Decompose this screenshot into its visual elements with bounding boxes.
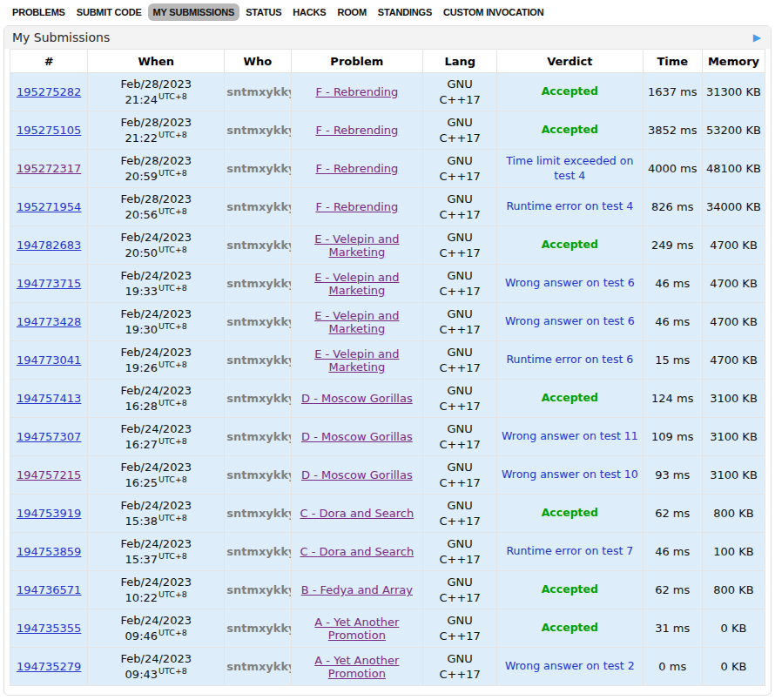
lang-line1: GNU bbox=[448, 346, 473, 359]
submission-id-link[interactable]: 194757215 bbox=[17, 468, 81, 481]
lang-line2: C++17 bbox=[439, 476, 480, 489]
verdict-text[interactable]: Time limit exceeded on test 4 bbox=[506, 154, 633, 181]
who-link[interactable]: sntmxykky bbox=[226, 392, 291, 405]
who-link[interactable]: sntmxykky bbox=[226, 507, 291, 520]
nav-item-submit-code[interactable]: SUBMIT CODE bbox=[71, 3, 147, 21]
problem-link[interactable]: E - Velepin and Marketing bbox=[314, 271, 399, 297]
verdict-text[interactable]: Accepted bbox=[542, 238, 598, 251]
memory-value: 4700 KB bbox=[702, 303, 765, 341]
nav-item-problems[interactable]: PROBLEMS bbox=[7, 3, 71, 21]
who-link[interactable]: sntmxykky bbox=[226, 124, 291, 137]
problem-link[interactable]: F - Rebrending bbox=[315, 200, 398, 213]
column-header-lang: Lang bbox=[423, 50, 497, 73]
when-date: Feb/28/2023 bbox=[121, 154, 192, 167]
when-cell: Feb/24/2023 09:43UTC+8 bbox=[88, 648, 225, 686]
nav-item-hacks[interactable]: HACKS bbox=[287, 3, 331, 21]
submission-id-link[interactable]: 195272317 bbox=[17, 162, 81, 175]
submission-id-link[interactable]: 194735279 bbox=[17, 660, 81, 673]
submission-id-link[interactable]: 195275105 bbox=[17, 124, 81, 137]
problem-link[interactable]: E - Velepin and Marketing bbox=[314, 347, 399, 374]
who-link[interactable]: sntmxykky bbox=[226, 430, 291, 443]
who-link[interactable]: sntmxykky bbox=[226, 239, 291, 252]
who-link[interactable]: sntmxykky bbox=[226, 200, 291, 213]
lang-line2: C++17 bbox=[439, 591, 480, 604]
time-value: 249 ms bbox=[643, 226, 702, 265]
who-link[interactable]: sntmxykky bbox=[226, 85, 291, 98]
when-date: Feb/28/2023 bbox=[121, 192, 192, 205]
submission-id-link[interactable]: 194757307 bbox=[17, 430, 81, 443]
nav-item-my-submissions[interactable]: MY SUBMISSIONS bbox=[148, 3, 240, 21]
who-link[interactable]: sntmxykky bbox=[226, 622, 291, 635]
column-header-when: When bbox=[88, 50, 225, 73]
problem-link[interactable]: E - Velepin and Marketing bbox=[314, 232, 399, 259]
verdict-text[interactable]: Accepted bbox=[542, 621, 598, 634]
when-time: 16:27 bbox=[125, 438, 158, 451]
submission-id-link[interactable]: 195275282 bbox=[17, 85, 81, 98]
expand-arrow-icon[interactable]: ▶ bbox=[753, 32, 763, 43]
who-link[interactable]: sntmxykky bbox=[226, 277, 291, 290]
nav-item-room[interactable]: ROOM bbox=[332, 3, 371, 21]
problem-link[interactable]: A - Yet Another Promotion bbox=[314, 654, 399, 680]
when-tz: UTC+8 bbox=[158, 551, 187, 561]
table-row: 194757307 Feb/24/2023 16:27UTC+8 sntmxyk… bbox=[10, 418, 765, 456]
verdict-text[interactable]: Wrong answer on test 6 bbox=[505, 314, 635, 327]
verdict-text[interactable]: Wrong answer on test 6 bbox=[505, 276, 635, 289]
submission-id-link[interactable]: 195271954 bbox=[17, 200, 81, 213]
who-link[interactable]: sntmxykky bbox=[226, 162, 291, 175]
verdict-text[interactable]: Accepted bbox=[542, 582, 598, 596]
who-link[interactable]: sntmxykky bbox=[226, 660, 291, 673]
problem-link[interactable]: B - Fedya and Array bbox=[301, 583, 413, 596]
lang-line1: GNU bbox=[448, 614, 473, 627]
lang-cell: GNU C++17 bbox=[423, 456, 497, 495]
verdict-text[interactable]: Accepted bbox=[542, 391, 598, 404]
nav-item-status[interactable]: STATUS bbox=[240, 3, 286, 21]
submission-id-link[interactable]: 194773428 bbox=[17, 315, 81, 328]
problem-link[interactable]: F - Rebrending bbox=[315, 85, 398, 98]
memory-value: 34000 KB bbox=[702, 188, 765, 226]
verdict-text[interactable]: Wrong answer on test 11 bbox=[502, 429, 638, 442]
problem-link[interactable]: D - Moscow Gorillas bbox=[301, 468, 413, 481]
submission-id-link[interactable]: 194773041 bbox=[17, 353, 81, 367]
problem-link[interactable]: F - Rebrending bbox=[315, 124, 398, 137]
problem-link[interactable]: A - Yet Another Promotion bbox=[314, 616, 399, 642]
verdict-text[interactable]: Wrong answer on test 2 bbox=[505, 659, 635, 672]
verdict-text[interactable]: Wrong answer on test 10 bbox=[502, 468, 638, 481]
problem-link[interactable]: E - Velepin and Marketing bbox=[314, 309, 399, 335]
problem-link[interactable]: C - Dora and Search bbox=[300, 507, 414, 520]
lang-cell: GNU C++17 bbox=[423, 73, 497, 111]
submission-id-link[interactable]: 194757413 bbox=[17, 392, 81, 405]
verdict-text[interactable]: Runtime error on test 4 bbox=[506, 199, 633, 212]
lang-line1: GNU bbox=[448, 499, 473, 512]
who-link[interactable]: sntmxykky bbox=[226, 353, 291, 367]
when-cell: Feb/24/2023 10:22UTC+8 bbox=[88, 571, 225, 609]
table-row: 194753859 Feb/24/2023 15:37UTC+8 sntmxyk… bbox=[10, 533, 765, 571]
submission-id-link[interactable]: 194735355 bbox=[17, 622, 81, 635]
when-time: 15:37 bbox=[125, 553, 158, 566]
nav-item-standings[interactable]: STANDINGS bbox=[373, 3, 437, 21]
when-tz: UTC+8 bbox=[158, 436, 187, 446]
who-link[interactable]: sntmxykky bbox=[226, 583, 291, 596]
verdict-text[interactable]: Runtime error on test 7 bbox=[506, 544, 633, 557]
verdict-text[interactable]: Accepted bbox=[542, 506, 598, 519]
verdict-text[interactable]: Accepted bbox=[542, 84, 598, 98]
problem-link[interactable]: F - Rebrending bbox=[315, 162, 398, 175]
verdict-text[interactable]: Runtime error on test 6 bbox=[506, 353, 633, 366]
lang-line1: GNU bbox=[448, 231, 473, 244]
submission-id-link[interactable]: 194736571 bbox=[17, 583, 81, 596]
problem-link[interactable]: D - Moscow Gorillas bbox=[301, 392, 413, 405]
lang-cell: GNU C++17 bbox=[423, 609, 497, 648]
who-link[interactable]: sntmxykky bbox=[226, 545, 291, 558]
submission-id-link[interactable]: 194782683 bbox=[17, 239, 81, 252]
when-time: 10:22 bbox=[125, 591, 158, 604]
nav-item-custom-invocation[interactable]: CUSTOM INVOCATION bbox=[438, 3, 549, 21]
when-date: Feb/24/2023 bbox=[121, 652, 192, 665]
verdict-text[interactable]: Accepted bbox=[542, 123, 598, 136]
submission-id-link[interactable]: 194773715 bbox=[17, 277, 81, 290]
submission-id-link[interactable]: 194753919 bbox=[17, 507, 81, 520]
problem-link[interactable]: C - Dora and Search bbox=[300, 545, 414, 558]
problem-link[interactable]: D - Moscow Gorillas bbox=[301, 430, 413, 443]
who-link[interactable]: sntmxykky bbox=[226, 468, 291, 481]
submission-id-link[interactable]: 194753859 bbox=[17, 545, 81, 558]
who-link[interactable]: sntmxykky bbox=[226, 315, 291, 328]
time-value: 124 ms bbox=[643, 380, 702, 418]
